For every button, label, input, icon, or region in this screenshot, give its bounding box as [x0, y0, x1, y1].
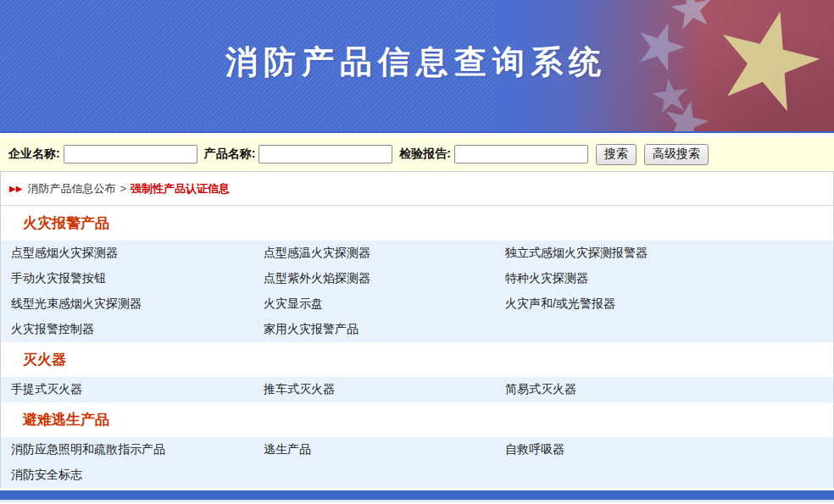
category-link[interactable]: 火灾显示盘 — [264, 296, 505, 312]
breadcrumb-separator: > — [120, 182, 126, 195]
category-link[interactable]: 点型紫外火焰探测器 — [264, 271, 505, 286]
breadcrumb-root-link[interactable]: 消防产品信息公布 — [27, 181, 115, 197]
section-heading: 避难逃生产品 — [1, 402, 833, 437]
category-link[interactable]: 线型光束感烟火灾探测器 — [11, 296, 264, 312]
category-link[interactable]: 逃生产品 — [264, 442, 505, 457]
inspection-report-field-group: 检验报告: — [399, 145, 588, 163]
category-link[interactable]: 点型感烟火灾探测器 — [11, 246, 264, 261]
company-name-input[interactable] — [64, 145, 197, 163]
footer-strip — [0, 500, 834, 502]
category-link[interactable]: 推车式灭火器 — [264, 382, 505, 397]
category-row: 点型感烟火灾探测器点型感温火灾探测器独立式感烟火灾探测报警器 — [1, 241, 833, 266]
advanced-search-button[interactable]: 高级搜索 — [644, 144, 709, 165]
category-row: 火灾报警控制器家用火灾报警产品 — [1, 317, 833, 342]
category-link[interactable]: 手提式灭火器 — [11, 382, 264, 397]
section-heading: 火灾报警产品 — [1, 206, 833, 241]
category-row: 消防应急照明和疏散指示产品逃生产品自救呼吸器 — [1, 437, 833, 462]
section-heading: 灭火器 — [1, 342, 833, 377]
category-row-block: 手提式灭火器推车式灭火器简易式灭火器 — [1, 377, 833, 402]
product-name-label: 产品名称: — [204, 147, 256, 162]
category-row: 消防安全标志 — [1, 462, 833, 488]
category-link[interactable]: 自救呼吸器 — [505, 442, 833, 457]
category-link[interactable]: 点型感温火灾探测器 — [264, 246, 505, 261]
category-sections: 火灾报警产品点型感烟火灾探测器点型感温火灾探测器独立式感烟火灾探测报警器手动火灾… — [1, 206, 833, 488]
search-bar: 企业名称: 产品名称: 检验报告: 搜索 高级搜索 — [0, 137, 834, 171]
footer-bar — [0, 490, 834, 500]
category-link[interactable]: 手动火灾报警按钮 — [11, 271, 264, 286]
category-link[interactable]: 火灾报警控制器 — [11, 322, 264, 337]
category-link[interactable]: 独立式感烟火灾探测报警器 — [505, 246, 833, 261]
banner: 消防产品信息查询系统 — [0, 0, 834, 133]
page-title: 消防产品信息查询系统 — [225, 41, 607, 84]
category-link[interactable]: 消防安全标志 — [11, 468, 264, 483]
category-link[interactable]: 特种火灾探测器 — [505, 271, 833, 286]
page: 消防产品信息查询系统 企业名称: 产品名称: 检验报告: 搜索 高级搜索 ▶▶ … — [0, 0, 834, 504]
category-row: 手动火灾报警按钮点型紫外火焰探测器特种火灾探测器 — [1, 266, 833, 291]
category-row-block: 点型感烟火灾探测器点型感温火灾探测器独立式感烟火灾探测报警器手动火灾报警按钮点型… — [1, 241, 833, 342]
company-name-label: 企业名称: — [8, 147, 60, 162]
product-name-field-group: 产品名称: — [204, 145, 393, 163]
inspection-report-label: 检验报告: — [399, 147, 451, 162]
main-content: ▶▶ 消防产品信息公布 > 强制性产品认证信息 火灾报警产品点型感烟火灾探测器点… — [0, 171, 834, 488]
breadcrumb-arrow-icon: ▶▶ — [9, 184, 22, 193]
product-name-input[interactable] — [259, 145, 392, 163]
breadcrumb-current: 强制性产品认证信息 — [131, 181, 230, 197]
category-link[interactable]: 家用火灾报警产品 — [264, 322, 505, 337]
category-row: 线型光束感烟火灾探测器火灾显示盘火灾声和/或光警报器 — [1, 291, 833, 317]
breadcrumb: ▶▶ 消防产品信息公布 > 强制性产品认证信息 — [1, 172, 833, 206]
category-link[interactable]: 简易式灭火器 — [505, 382, 833, 397]
company-name-field-group: 企业名称: — [8, 145, 197, 163]
category-row-block: 消防应急照明和疏散指示产品逃生产品自救呼吸器消防安全标志 — [1, 437, 833, 488]
category-row: 手提式灭火器推车式灭火器简易式灭火器 — [1, 377, 833, 402]
category-link[interactable]: 火灾声和/或光警报器 — [505, 296, 833, 312]
inspection-report-input[interactable] — [454, 145, 588, 163]
category-link[interactable]: 消防应急照明和疏散指示产品 — [11, 442, 264, 457]
search-button[interactable]: 搜索 — [596, 144, 637, 165]
